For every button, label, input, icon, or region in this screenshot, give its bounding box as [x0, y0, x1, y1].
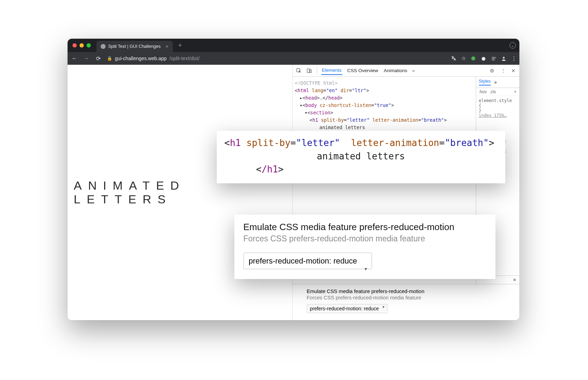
dom-section-open[interactable]: ▾<section> — [295, 109, 474, 116]
rule-selector: element.style { — [479, 98, 517, 108]
page-viewport: Animated Letters — [68, 65, 293, 320]
snippet-open: <h1 split-by="letter" letter-animation="… — [225, 137, 498, 150]
devtools-panel: Elements CSS Overview Animations » ⚙ ⋮ ✕… — [293, 65, 519, 320]
close-window-icon[interactable] — [72, 43, 77, 48]
devtools-menu-icon[interactable]: ⋮ — [500, 68, 506, 74]
forward-button[interactable]: → — [83, 55, 90, 62]
svg-rect-3 — [307, 69, 310, 72]
callout-rendering: Emulate CSS media feature prefers-reduce… — [234, 215, 495, 279]
rule-close: } — [479, 108, 517, 113]
expand-tabs-icon[interactable]: ⌄ — [510, 42, 516, 49]
device-toolbar-icon[interactable] — [306, 68, 312, 74]
dom-h1-text[interactable]: animated letters — [295, 124, 474, 131]
url-path: /split-text/dist/ — [170, 56, 200, 61]
tab-strip: Split Text | GUI Challenges × + ⌄ — [68, 39, 519, 52]
callout-rendering-title: Emulate CSS media feature prefers-reduce… — [244, 222, 486, 233]
lock-icon: 🔒 — [107, 56, 112, 61]
callout-code-snippet: <h1 split-by="letter" letter-animation="… — [217, 131, 505, 183]
svg-point-0 — [471, 56, 475, 61]
rendering-desc: Forces CSS prefers-reduced-motion media … — [307, 295, 505, 300]
rendering-title: Emulate CSS media feature prefers-reduce… — [307, 289, 505, 294]
toolbar-icons: ☆ ⋮ — [451, 55, 516, 62]
dom-doctype: <!DOCTYPE html> — [295, 80, 474, 87]
callout-rendering-desc: Forces CSS prefers-reduced-motion media … — [244, 234, 486, 243]
hov-toggle[interactable]: :hov — [479, 89, 487, 94]
devtools-toolbar: Elements CSS Overview Animations » ⚙ ⋮ ✕ — [293, 65, 519, 77]
settings-icon[interactable]: ⚙ — [489, 68, 495, 74]
close-devtools-icon[interactable]: ✕ — [510, 68, 517, 74]
extension-pin-icon[interactable] — [471, 56, 476, 61]
extensions-icon[interactable] — [481, 56, 486, 61]
tab-elements[interactable]: Elements — [321, 66, 342, 75]
snippet-text: animated letters — [225, 150, 498, 163]
more-tabs-icon[interactable]: » — [412, 68, 415, 73]
back-button[interactable]: ← — [71, 55, 78, 62]
reload-button[interactable]: ⟳ — [95, 55, 102, 62]
tab-css-overview[interactable]: CSS Overview — [347, 66, 379, 75]
snippet-close: </h1> — [225, 163, 498, 176]
close-tab-icon[interactable]: × — [165, 44, 168, 49]
new-rule-button[interactable]: + — [514, 89, 516, 94]
dom-body-open[interactable]: ▾<body cz-shortcut-listen="true"> — [295, 102, 474, 109]
maximize-window-icon[interactable] — [87, 43, 91, 48]
profile-icon[interactable] — [501, 56, 506, 61]
callout-reduced-motion-select[interactable]: prefers-reduced-motion: reduce — [244, 253, 372, 269]
cls-toggle[interactable]: .cls — [489, 89, 496, 94]
translate-icon[interactable] — [451, 56, 456, 61]
address-bar: ← → ⟳ 🔒 gui-challenges.web.app/split-tex… — [68, 52, 519, 65]
tab-title: Split Text | GUI Challenges — [108, 44, 161, 49]
url-field[interactable]: 🔒 gui-challenges.web.app/split-text/dist… — [107, 56, 446, 61]
dom-html-open[interactable]: <html lang="en" dir="ltr"> — [295, 87, 474, 94]
svg-point-1 — [503, 57, 505, 58]
source-link[interactable]: index 175b… — [479, 113, 517, 118]
new-tab-button[interactable]: + — [176, 42, 184, 49]
prefers-reduced-motion-select[interactable]: prefers-reduced-motion: reduce — [307, 304, 387, 313]
url-host: gui-challenges.web.app — [115, 56, 167, 61]
svg-rect-4 — [309, 70, 311, 72]
dom-head[interactable]: ▸<head>…</head> — [295, 94, 474, 102]
bookmark-icon[interactable]: ☆ — [461, 55, 466, 62]
window-controls — [71, 43, 93, 48]
minimize-window-icon[interactable] — [80, 43, 84, 48]
dom-h1[interactable]: <h1 split-by="letter" letter-animation="… — [295, 116, 474, 124]
styles-more-icon[interactable]: » — [494, 80, 497, 85]
tab-animations[interactable]: Animations — [383, 66, 408, 75]
inspect-icon[interactable] — [296, 68, 302, 74]
favicon-icon — [101, 44, 106, 49]
styles-tab[interactable]: Styles — [479, 79, 491, 86]
browser-tab[interactable]: Split Text | GUI Challenges × — [96, 41, 173, 52]
rendering-drawer: Emulate CSS media feature prefers-reduce… — [293, 284, 519, 320]
browser-menu-icon[interactable]: ⋮ — [511, 55, 516, 62]
reading-list-icon[interactable] — [491, 56, 496, 61]
